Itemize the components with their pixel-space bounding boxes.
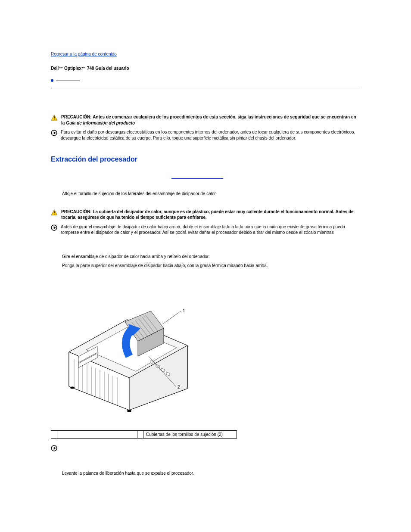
svg-rect-7 — [54, 213, 54, 214]
notice-icon — [51, 224, 57, 232]
caution-callout: PRECAUCIÓN: Antes de comenzar cualquiera… — [51, 114, 360, 126]
caution-icon — [51, 115, 58, 121]
caution-icon — [51, 209, 58, 216]
svg-rect-6 — [54, 211, 54, 213]
legend-label-1 — [57, 430, 137, 438]
table-row: Cubiertas de los tornillos de sujeción (… — [51, 430, 237, 438]
toc-link[interactable] — [56, 77, 80, 82]
notice-callout: Antes de girar el ensamblaje de disipado… — [51, 224, 360, 236]
svg-marker-4 — [54, 131, 56, 135]
svg-rect-1 — [54, 116, 54, 118]
step-text: Ponga la parte superior del ensamblaje d… — [62, 263, 360, 269]
document-title: Dell™ Optiplex™ 740 Guía del usuario — [51, 66, 360, 71]
caution-text: PRECAUCIÓN: La cubierta del disipador de… — [61, 209, 360, 221]
step-text: Gire el ensamblaje de disipador de calor… — [62, 254, 360, 260]
step-text: Afloje el tornillo de sujeción de los la… — [62, 191, 360, 197]
svg-point-44 — [127, 410, 131, 412]
svg-marker-9 — [54, 226, 56, 229]
legend-num-2 — [137, 430, 143, 438]
notice-icon — [51, 130, 57, 137]
bullet-icon — [51, 79, 53, 82]
svg-rect-2 — [54, 119, 54, 119]
diagram-callout-2: 2 — [177, 385, 180, 389]
legend-label-2: Cubiertas de los tornillos de sujeción (… — [143, 430, 237, 438]
caution-body: La cubierta del disipador de calor, aunq… — [61, 209, 354, 220]
back-to-contents-link[interactable]: Regresar a la página de contenido — [51, 52, 117, 56]
svg-point-43 — [70, 386, 75, 389]
caution-label: PRECAUCIÓN: — [61, 115, 92, 119]
notice-callout — [51, 445, 360, 452]
svg-marker-46 — [54, 446, 56, 450]
divider — [51, 88, 360, 88]
notice-text: Antes de girar el ensamblaje de disipado… — [61, 224, 360, 236]
section-heading: Extracción del procesador — [51, 156, 360, 163]
notice-callout: Para evitar el daño por descargas electr… — [51, 129, 360, 141]
heatsink-diagram: 1 2 — [60, 281, 360, 413]
toc-item — [51, 77, 360, 82]
caution-callout: PRECAUCIÓN: La cubierta del disipador de… — [51, 209, 360, 221]
step-text: Levante la palanca de liberación hasta q… — [62, 470, 360, 476]
notice-icon — [51, 445, 57, 452]
caution-italic: Guía de información del producto — [66, 121, 135, 125]
notice-text: Para evitar el daño por descargas electr… — [61, 129, 360, 141]
blank-reference-link[interactable] — [51, 174, 360, 187]
caution-text: PRECAUCIÓN: Antes de comenzar cualquiera… — [61, 114, 360, 126]
caution-label: PRECAUCIÓN: — [61, 209, 92, 214]
diagram-callout-1: 1 — [183, 308, 185, 313]
svg-line-41 — [163, 311, 181, 324]
legend-num-1 — [51, 430, 57, 438]
parts-legend-table: Cubiertas de los tornillos de sujeción (… — [51, 430, 237, 439]
document-page: Regresar a la página de contenido Dell™ … — [0, 0, 411, 505]
